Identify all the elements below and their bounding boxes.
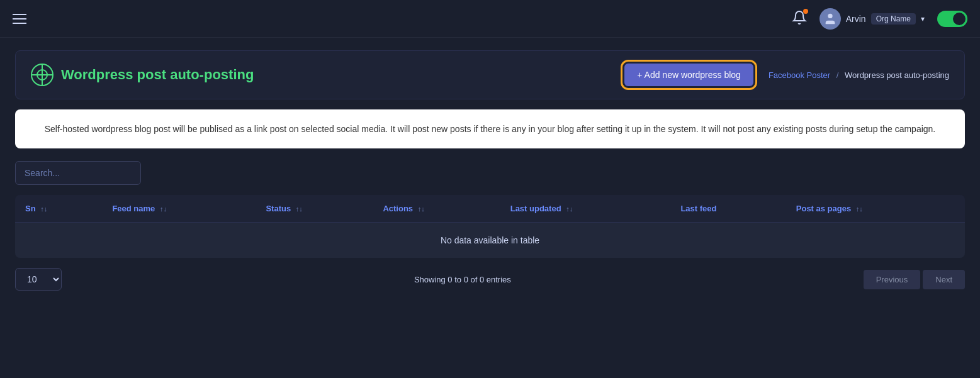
table-body: No data available in table	[15, 223, 965, 258]
col-sn-label: Sn	[25, 204, 36, 213]
pagination: Previous Next	[864, 270, 965, 289]
col-last-updated-label: Last updated	[510, 204, 561, 213]
user-org-label: Org Name	[871, 13, 916, 25]
page-title-area: Wordpress post auto-posting	[31, 64, 254, 86]
user-avatar-icon	[823, 12, 837, 26]
user-menu[interactable]: Arvin Org Name ▾	[819, 8, 925, 30]
toggle-knob	[953, 13, 966, 25]
navbar-right: Arvin Org Name ▾	[792, 8, 967, 30]
per-page-select[interactable]: 10 25 50 100	[15, 268, 62, 291]
table-header-row: Sn ↑↓ Feed name ↑↓ Status ↑↓ Actions ↑↓	[15, 195, 965, 223]
col-feed-name-sort-icon: ↑↓	[160, 205, 167, 213]
data-table: Sn ↑↓ Feed name ↑↓ Status ↑↓ Actions ↑↓	[15, 195, 965, 258]
page-title: Wordpress post auto-posting	[61, 67, 254, 83]
search-input[interactable]	[15, 161, 141, 185]
notification-dot	[803, 9, 808, 14]
col-sn[interactable]: Sn ↑↓	[15, 195, 102, 223]
table-container: Sn ↑↓ Feed name ↑↓ Status ↑↓ Actions ↑↓	[15, 195, 965, 258]
hamburger-menu-button[interactable]	[13, 14, 26, 24]
info-banner: Self-hosted wordpress blog post will be …	[15, 109, 965, 148]
breadcrumb: Facebook Poster / Wordpress post auto-po…	[769, 70, 949, 80]
avatar	[819, 8, 841, 30]
svg-point-0	[828, 13, 832, 18]
info-banner-text: Self-hosted wordpress blog post will be …	[40, 122, 940, 136]
breadcrumb-current: Wordpress post auto-posting	[845, 70, 949, 80]
wordpress-icon	[31, 64, 54, 86]
col-post-as-pages-sort-icon: ↑↓	[856, 205, 863, 213]
previous-button[interactable]: Previous	[864, 270, 921, 289]
col-last-feed: Last feed	[670, 195, 786, 223]
table-header: Sn ↑↓ Feed name ↑↓ Status ↑↓ Actions ↑↓	[15, 195, 965, 223]
next-button[interactable]: Next	[923, 270, 965, 289]
search-area	[15, 161, 965, 185]
add-new-wordpress-blog-button[interactable]: + Add new wordpress blog	[624, 64, 753, 86]
col-actions-sort-icon: ↑↓	[418, 205, 425, 213]
col-last-feed-label: Last feed	[680, 204, 716, 213]
col-feed-name-label: Feed name	[112, 204, 155, 213]
breadcrumb-separator: /	[836, 70, 839, 80]
col-actions[interactable]: Actions ↑↓	[373, 195, 500, 223]
col-post-as-pages-label: Post as pages	[796, 204, 851, 213]
theme-toggle[interactable]	[937, 11, 967, 27]
col-sn-sort-icon: ↑↓	[40, 205, 47, 213]
col-last-updated-sort-icon: ↑↓	[566, 205, 573, 213]
header-right: + Add new wordpress blog Facebook Poster…	[624, 64, 949, 86]
col-status-label: Status	[266, 204, 291, 213]
no-data-message: No data available in table	[15, 223, 965, 258]
table-empty-row: No data available in table	[15, 223, 965, 258]
page-header: Wordpress post auto-posting + Add new wo…	[15, 50, 965, 99]
user-name-label: Arvin	[846, 14, 866, 24]
main-content: Wordpress post auto-posting + Add new wo…	[0, 38, 980, 313]
navbar-left	[13, 14, 26, 24]
table-footer: 10 25 50 100 Showing 0 to 0 of 0 entries…	[15, 258, 965, 301]
col-feed-name[interactable]: Feed name ↑↓	[102, 195, 256, 223]
col-post-as-pages[interactable]: Post as pages ↑↓	[786, 195, 965, 223]
user-menu-chevron-icon: ▾	[921, 14, 925, 23]
showing-info: Showing 0 to 0 of 0 entries	[414, 275, 511, 284]
col-status[interactable]: Status ↑↓	[256, 195, 373, 223]
col-last-updated[interactable]: Last updated ↑↓	[500, 195, 671, 223]
notifications-bell-icon[interactable]	[792, 10, 807, 28]
col-status-sort-icon: ↑↓	[296, 205, 303, 213]
breadcrumb-parent-link[interactable]: Facebook Poster	[769, 70, 830, 80]
col-actions-label: Actions	[383, 204, 413, 213]
navbar: Arvin Org Name ▾	[0, 0, 980, 38]
